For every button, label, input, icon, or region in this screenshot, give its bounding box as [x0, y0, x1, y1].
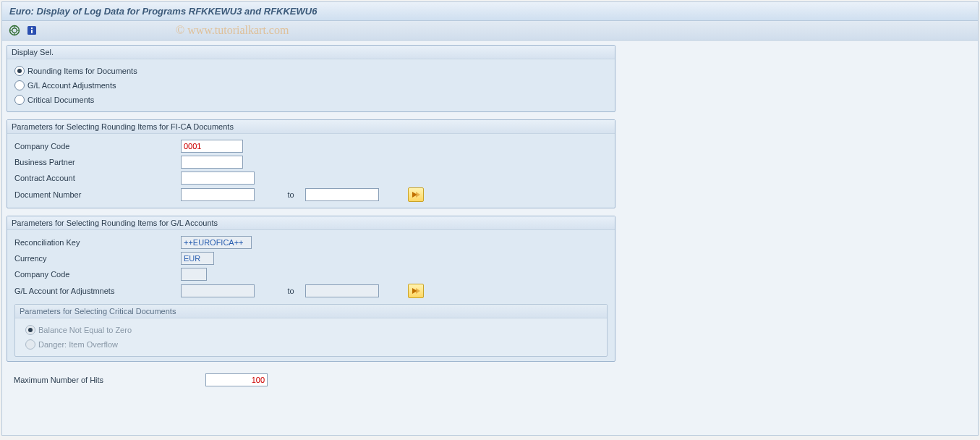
radio-balance-not-zero: Balance Not Equal to Zero [25, 323, 597, 337]
group-display-sel-title: Display Sel. [7, 46, 615, 59]
input-max-hits[interactable] [205, 373, 268, 386]
label-document-number: Document Number [14, 190, 181, 199]
watermark-text: © www.tutorialkart.com [176, 24, 289, 37]
input-gl-account-from [181, 284, 255, 297]
group-critical-title: Parameters for Selecting Critical Docume… [15, 305, 607, 318]
multiple-selection-button[interactable] [408, 187, 424, 202]
radio-icon [14, 95, 25, 105]
input-gl-account-to [305, 284, 379, 297]
input-document-number-from[interactable] [181, 188, 255, 201]
radio-icon [25, 339, 35, 350]
label-gl-company-code: Company Code [14, 270, 181, 279]
group-critical-docs: Parameters for Selecting Critical Docume… [14, 304, 608, 357]
input-gl-company-code [181, 268, 207, 281]
label-to: to [276, 287, 305, 295]
label-reconciliation-key: Reconciliation Key [14, 238, 181, 247]
toolbar: © www.tutorialkart.com [2, 21, 978, 41]
input-business-partner[interactable] [181, 156, 243, 169]
radio-label: Balance Not Equal to Zero [38, 326, 132, 334]
page-title-bar: Euro: Display of Log Data for Programs R… [2, 2, 978, 21]
execute-icon[interactable] [8, 24, 21, 37]
multiple-selection-button[interactable] [408, 284, 424, 298]
radio-rounding-items[interactable]: Rounding Items for Documents [14, 64, 608, 78]
group-gl-title: Parameters for Selecting Rounding Items … [7, 216, 615, 230]
label-max-hits: Maximum Number of Hits [14, 376, 205, 384]
radio-item-overflow: Danger: Item Overflow [25, 337, 597, 352]
radio-label: G/L Account Adjustments [27, 81, 116, 90]
input-reconciliation-key [181, 236, 252, 249]
radio-label: Danger: Item Overflow [38, 340, 118, 349]
group-fica-title: Parameters for Selecting Rounding Items … [7, 120, 615, 134]
radio-icon [14, 66, 25, 76]
svg-point-1 [12, 28, 17, 33]
svg-rect-7 [31, 28, 33, 29]
label-company-code: Company Code [14, 142, 181, 151]
radio-icon [25, 325, 35, 335]
input-currency [181, 252, 214, 265]
radio-label: Critical Documents [27, 96, 94, 104]
input-contract-account[interactable] [181, 172, 255, 185]
radio-icon [14, 80, 25, 90]
radio-critical-documents[interactable]: Critical Documents [14, 93, 608, 107]
body-area: Display Sel. Rounding Items for Document… [2, 41, 978, 395]
radio-gl-adjustments[interactable]: G/L Account Adjustments [14, 78, 608, 93]
label-gl-account: G/L Account for Adjustmnets [14, 287, 181, 295]
input-document-number-to[interactable] [305, 188, 379, 201]
row-max-hits: Maximum Number of Hits [7, 369, 629, 391]
group-display-sel: Display Sel. Rounding Items for Document… [7, 45, 615, 112]
label-to: to [276, 190, 305, 199]
label-currency: Currency [14, 254, 181, 263]
page-title: Euro: Display of Log Data for Programs R… [9, 6, 317, 17]
input-company-code[interactable] [181, 140, 243, 153]
group-gl: Parameters for Selecting Rounding Items … [7, 216, 615, 362]
app-container: Euro: Display of Log Data for Programs R… [1, 1, 979, 436]
info-icon[interactable] [25, 24, 38, 37]
label-contract-account: Contract Account [14, 174, 181, 182]
radio-label: Rounding Items for Documents [27, 67, 137, 75]
svg-rect-8 [31, 30, 33, 33]
label-business-partner: Business Partner [14, 158, 181, 166]
group-fica: Parameters for Selecting Rounding Items … [7, 119, 615, 208]
